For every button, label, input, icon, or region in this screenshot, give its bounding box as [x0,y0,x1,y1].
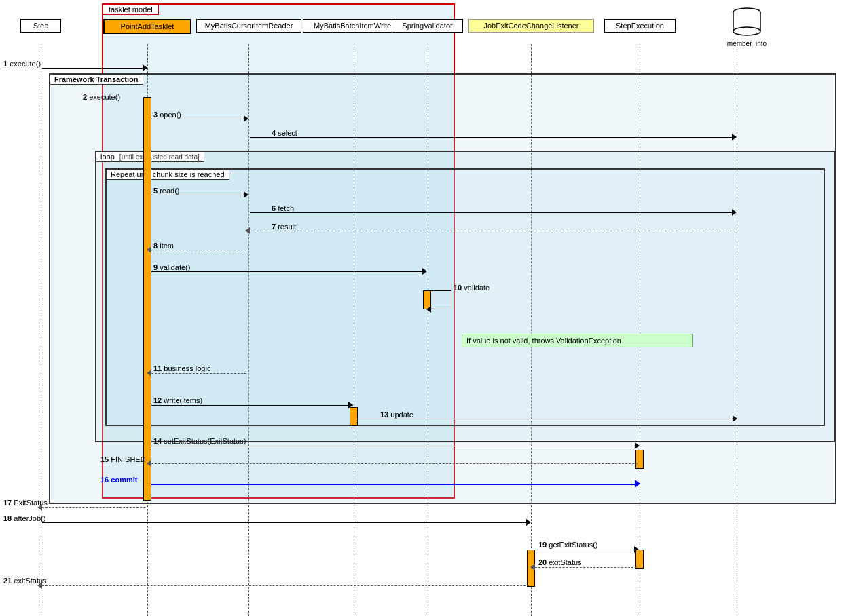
step-lifeline-header: Step [20,19,61,33]
msg20-line [535,567,637,568]
msg16-arrowhead [635,480,640,488]
jobexit-lifeline-header: JobExitCodeChangeListener [468,19,594,33]
memberinfo-label: member_info [720,40,774,47]
writer-lifeline-header: MyBatisBatchItemWriter [303,19,405,33]
msg9-arrowhead [422,268,427,275]
msg13-label: 13 update [380,410,413,419]
msg14-label: 14 setExitStatus(ExitStatus) [153,437,246,445]
msg11-label: 11 business logic [153,364,210,372]
msg15-line [151,463,638,464]
msg7-arrowhead [245,227,250,234]
msg1-label: 1 execute() [3,60,41,68]
msg16-line [151,484,638,485]
tasklet-model-label: tasklet model [103,5,159,15]
msg10-label: 10 validate [454,284,490,292]
reader-label: MyBatisCursorItemReader [205,22,293,30]
msg10-self-box [431,290,451,309]
stepexec-activation-1 [635,450,644,469]
msg3-label: 3 open() [153,111,181,119]
step-lifeline-line [41,44,41,616]
step-label: Step [33,22,49,30]
validator-label: SpringValidator [402,22,452,30]
pointadd-activation [143,97,151,501]
svg-point-4 [733,27,760,35]
msg7-line [250,231,735,231]
msg6-arrowhead [732,209,737,216]
msg14-arrowhead [635,442,640,449]
msg7-label: 7 result [272,223,296,231]
msg5-line [151,195,246,195]
stepexec-lifeline-header: StepExecution [604,19,676,33]
msg9-line [151,271,425,272]
sequence-diagram: tasklet model Step PointAddTasklet MyBat… [0,0,848,616]
msg5-label: 5 read() [153,187,180,195]
pointadd-lifeline-header: PointAddTasklet [103,19,191,34]
jobexit-label: JobExitCodeChangeListener [483,22,578,30]
msg3-line [151,119,246,119]
msg20-label: 20 exitStatus [538,558,582,566]
stepexec-activation-2 [635,550,644,569]
msg1-arrowhead [143,64,147,71]
repeat-chunk-label: Repeat until chunk size is reached [107,170,229,180]
msg13-line [358,419,735,419]
msg6-line [250,212,735,213]
pointadd-label: PointAddTasklet [121,22,174,31]
msg11-arrowhead [147,370,151,377]
msg8-arrowhead [147,246,151,253]
msg18-arrowhead [526,519,531,526]
memberinfo-lifeline-header: member_info [720,7,774,47]
msg13-arrowhead [733,415,737,422]
loop-sublabel: [until exhausted read data] [119,153,200,161]
msg20-arrowhead [530,564,535,571]
msg21-line [42,585,529,586]
msg19-line [535,550,637,550]
msg12-label: 12 write(items) [153,396,202,404]
validator-lifeline-header: SpringValidator [392,19,463,33]
msg11-line [151,373,246,374]
loop-text: loop [100,153,115,161]
msg3-arrowhead [244,115,248,122]
msg5-arrowhead [244,191,248,198]
repeat-chunk-frame: Repeat until chunk size is reached [105,168,825,426]
validation-exception-note: If value is not valid, throws Validation… [462,334,693,347]
msg9-label: 9 validate() [153,263,190,271]
msg19-label: 19 getExitStatus() [538,541,597,549]
msg10-arrowhead [426,306,431,313]
msg15-arrowhead [147,460,151,467]
msg8-line [151,250,246,250]
msg2-label: 2 execute() [83,93,120,101]
msg4-label: 4 select [272,129,297,137]
msg4-line [250,137,735,138]
reader-lifeline-header: MyBatisCursorItemReader [196,19,301,33]
msg12-line [151,405,351,406]
writer-activation [350,407,358,426]
db-cylinder-icon [730,7,764,37]
stepexec-label: StepExecution [616,22,664,30]
msg17-line [42,507,145,508]
msg6-label: 6 fetch [272,204,294,212]
note-text: If value is not valid, throws Validation… [466,336,621,345]
msg12-arrowhead [348,402,353,408]
msg15-label: 15 FINISHED [100,455,146,463]
msg4-arrowhead [732,134,737,140]
writer-label: MyBatisBatchItemWriter [314,22,394,30]
msg14-line [151,446,638,446]
framework-transaction-label: Framework Transaction [50,75,143,85]
msg8-label: 8 item [153,242,174,250]
msg16-label: 16 commit [100,476,137,484]
msg1-line [42,68,145,69]
msg21-label: 21 exitStatus [3,577,47,585]
msg18-label: 18 afterJob() [3,514,45,522]
msg17-label: 17 ExitStatus [3,499,48,507]
msg18-line [42,522,529,523]
